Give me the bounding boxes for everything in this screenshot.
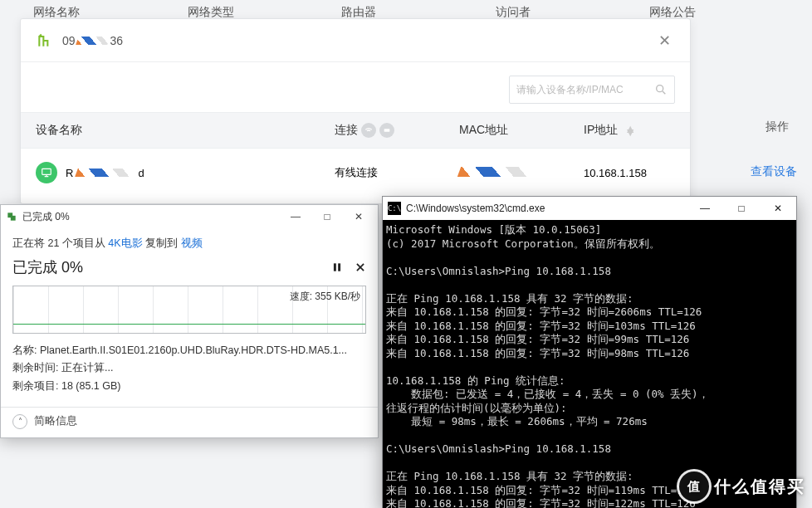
panel-title: 09 36 [62,34,123,47]
col-ip: IP地址 ▲▼ [584,123,675,138]
cmd-title: C:\Windows\system32\cmd.exe [406,203,545,214]
device-table-header: 设备名称 连接 MAC地址 IP地址 ▲▼ [21,112,690,149]
wired-icon [379,123,394,138]
details-toggle[interactable]: ˄ 简略信息 [1,407,378,437]
progress-label: 已完成 0% [12,257,83,277]
svg-rect-2 [42,169,51,174]
device-name: R d [66,167,144,179]
router-logo-icon [36,32,54,50]
svg-rect-1 [384,129,390,131]
cmd-app-icon: C:\ [388,202,401,215]
watermark: 值 什么值得买 [679,471,805,501]
router-devices-panel: 09 36 ✕ 设备名称 连接 MAC地址 IP地址 ▲▼ R [20,18,691,204]
watermark-badge-icon: 值 [679,471,709,501]
svg-rect-4 [11,216,16,221]
connection-type: 有线连接 [335,165,459,180]
cancel-button[interactable] [355,261,366,273]
copy-meta: 名称: Planet.Earth.II.S01E01.2160p.UHD.Blu… [12,342,366,395]
cmd-window: C:\ C:\Windows\system32\cmd.exe — □ ✕ Mi… [382,196,797,508]
mac-value [459,167,584,179]
col-connection: 连接 [335,123,459,138]
source-link[interactable]: 4K电影 [108,237,142,249]
device-search-input[interactable] [509,76,675,104]
col-mac: MAC地址 [459,123,584,138]
chevron-up-icon: ˄ [12,414,27,429]
sort-icon[interactable]: ▲▼ [624,127,636,134]
col-device: 设备名称 [36,123,335,138]
svg-point-0 [657,85,663,92]
panel-header: 09 36 ✕ [21,19,690,62]
svg-rect-5 [334,263,336,271]
cmd-output[interactable]: Microsoft Windows [版本 10.0.15063] (c) 20… [383,220,796,508]
svg-rect-6 [338,263,340,271]
minimize-button[interactable]: — [281,208,310,226]
copy-titlebar[interactable]: 已完成 0% — □ ✕ [1,205,378,228]
wifi-icon [361,123,376,138]
dest-link[interactable]: 视频 [181,237,203,249]
search-icon [654,83,668,96]
speed-value: 速度: 355 KB/秒 [290,290,360,304]
cmd-maximize-button[interactable]: □ [723,197,760,220]
cmd-titlebar[interactable]: C:\ C:\Windows\system32\cmd.exe — □ ✕ [383,197,796,220]
file-copy-dialog: 已完成 0% — □ ✕ 正在将 21 个项目从 4K电影 复制到 视频 已完成… [0,204,379,438]
pause-button[interactable] [331,261,343,273]
maximize-button[interactable]: □ [313,208,341,226]
copy-description: 正在将 21 个项目从 4K电影 复制到 视频 [12,237,366,251]
bg-op-header: 操作 [766,120,789,134]
panel-close-icon[interactable]: ✕ [653,30,675,51]
copy-title: 已完成 0% [22,210,70,224]
speed-graph: 速度: 355 KB/秒 [12,286,366,334]
cmd-close-button[interactable]: ✕ [760,197,796,220]
close-button[interactable]: ✕ [345,208,373,226]
copy-app-icon [6,211,17,222]
ip-value: 10.168.1.158 [584,167,675,179]
view-devices-link[interactable]: 查看设备 [751,164,797,179]
cmd-minimize-button[interactable]: — [687,197,723,220]
device-icon [36,162,57,183]
